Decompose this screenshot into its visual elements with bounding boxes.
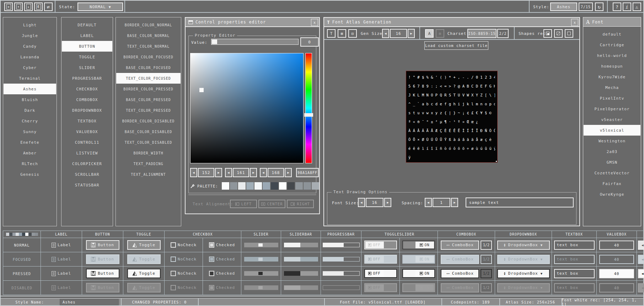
cell-disabled-5[interactable]: Checked <box>203 281 241 295</box>
preview-sliderbar[interactable] <box>284 243 318 247</box>
list-item-control11[interactable]: CONTROL11 <box>61 137 113 148</box>
preview-dropdownbox[interactable]: ▲▼DropdownBox▼ <box>497 283 550 292</box>
load-font-button[interactable]: T <box>327 29 336 38</box>
list-item-base_color_pressed[interactable]: BASE_COLOR_PRESSED <box>116 94 181 105</box>
preview-spinner-clipped[interactable]: ◀ <box>638 255 644 264</box>
cell-pressed-14[interactable]: 40 <box>597 267 637 281</box>
cell-normal-12[interactable]: ▲▼DropdownBox▼ <box>495 238 552 252</box>
cell-disabled-6[interactable] <box>241 281 281 295</box>
list-item-cozettevector[interactable]: CozetteVector <box>583 168 641 178</box>
list-item-pixelintv[interactable]: PixelIntv <box>583 93 641 104</box>
preview-sliderbar[interactable] <box>284 271 318 276</box>
list-item-v5easter[interactable]: v5easter <box>583 114 641 125</box>
align-center-button[interactable]: CENTER <box>258 200 285 208</box>
list-item-genesis[interactable]: Genesis <box>3 169 57 180</box>
palette-swatch-8[interactable] <box>287 182 295 190</box>
preview-checkbox-unchecked[interactable]: NoCheck <box>171 242 197 248</box>
spacing-increase-button[interactable]: ▶ <box>451 198 458 207</box>
list-item-colorpicker[interactable]: COLORPICKER <box>61 158 113 169</box>
cell-normal-8[interactable] <box>321 238 361 252</box>
cell-focused-10[interactable]: ON <box>400 252 438 267</box>
preview-valuebox[interactable]: 40 <box>599 283 634 292</box>
list-item-terminal[interactable]: Terminal <box>3 73 57 84</box>
palette-swatch-4[interactable] <box>254 182 262 190</box>
cell-focused-4[interactable]: NoCheck <box>165 252 203 267</box>
fag-titlebar[interactable]: T Font Atlas Generation <box>324 18 579 27</box>
list-item-text_color_disabled[interactable]: TEXT_COLOR_DISABLED <box>116 137 181 148</box>
preview-toggle[interactable]: Toggle <box>127 283 161 292</box>
list-item-lavanda[interactable]: Lavanda <box>3 52 57 62</box>
blue-value-box[interactable]: 168 <box>268 168 284 177</box>
help-button[interactable]: ? <box>613 2 621 11</box>
load-style-file-button[interactable]: ↑ <box>14 2 23 11</box>
preview-toggleslider-off[interactable]: OFF <box>364 241 397 249</box>
palette-swatch-6[interactable] <box>271 182 278 190</box>
slider-thumb[interactable] <box>258 286 263 289</box>
green-decrease-button[interactable]: ◀ <box>225 168 232 177</box>
list-item-border_width[interactable]: BORDER_WIDTH <box>116 148 181 158</box>
cell-disabled-13[interactable]: text box <box>552 281 597 295</box>
preview-button[interactable]: Button <box>86 254 119 264</box>
preview-button[interactable]: Button <box>86 269 119 278</box>
list-item-textbox[interactable]: TEXTBOX <box>61 116 113 126</box>
cell-disabled-9[interactable]: OFF <box>361 281 400 295</box>
cell-pressed-7[interactable] <box>281 267 321 281</box>
list-item-rltech[interactable]: RLTech <box>3 158 57 169</box>
list-item-text_padding[interactable]: TEXT_PADDING <box>116 158 181 169</box>
list-item-hello-world[interactable]: hello-world <box>583 50 641 61</box>
slider-thumb[interactable] <box>258 243 263 247</box>
cell-disabled-12[interactable]: ▲▼DropdownBox▼ <box>495 281 552 295</box>
list-item-2a03[interactable]: 2a03 <box>583 146 641 157</box>
spacing-value[interactable]: 1 <box>433 198 450 207</box>
gen-size-increase-button[interactable]: ▶ <box>408 29 415 38</box>
cpe-close-button[interactable]: x <box>311 19 318 26</box>
preview-checkbox-checked[interactable]: Checked <box>209 242 235 248</box>
preview-toggleslider-on[interactable]: ON <box>402 241 435 249</box>
reload-style-button[interactable]: ↻ <box>595 2 603 11</box>
cell-focused-8[interactable] <box>321 252 361 267</box>
preview-slider[interactable] <box>244 271 278 276</box>
clear-charset-button[interactable]: ⊠ <box>436 29 444 38</box>
cell-pressed-4[interactable]: NoCheck <box>165 267 203 281</box>
state-dropdown[interactable]: NORMAL ▼ <box>77 2 123 11</box>
font-size-increase-button[interactable]: ▶ <box>384 198 391 207</box>
list-item-light[interactable]: Light <box>3 20 57 30</box>
palette-swatch-11[interactable] <box>312 182 319 190</box>
preview-toggleslider-off[interactable]: OFF <box>364 283 397 292</box>
style-dropdown[interactable]: Ashes <box>550 2 577 11</box>
align-right-button[interactable]: RIGHT <box>287 200 314 208</box>
cell-focused-9[interactable]: OFF <box>361 252 400 267</box>
palette-swatch-3[interactable] <box>246 182 254 190</box>
list-item-border_color_disabled[interactable]: BORDER_COLOR_DISABLED <box>116 116 181 126</box>
list-item-v5loxical[interactable]: v5loxical <box>584 125 640 136</box>
random-style-button[interactable]: ⇄ <box>44 2 53 11</box>
cell-pressed-1[interactable]: Label <box>41 267 82 281</box>
unload-font-button[interactable]: ⊠ <box>338 29 346 38</box>
palette-swatch-2[interactable] <box>238 182 246 190</box>
preview-checkbox-unchecked[interactable]: NoCheck <box>171 285 197 290</box>
slider-thumb[interactable] <box>258 272 263 275</box>
preview-toggleslider-off[interactable]: OFF <box>364 269 397 278</box>
cell-disabled-11[interactable]: ◂▸ComboBox1/2 <box>438 281 495 295</box>
preview-spinner-clipped[interactable]: ◀ <box>638 269 644 278</box>
list-item-slider[interactable]: SLIDER <box>61 62 113 73</box>
palette-swatch-5[interactable] <box>263 182 270 190</box>
preview-sliderbar[interactable] <box>284 257 318 262</box>
cell-pressed-12[interactable]: ▲▼DropdownBox▼ <box>495 267 552 281</box>
cell-pressed-8[interactable] <box>321 267 361 281</box>
preview-checkbox-unchecked[interactable]: NoCheck <box>171 257 197 262</box>
preview-button[interactable]: Button <box>86 240 119 250</box>
fag-close-button[interactable]: x <box>571 19 578 26</box>
color-picker-panel[interactable] <box>190 53 304 163</box>
cell-normal-11[interactable]: ◂▸ComboBox1/2 <box>438 238 495 252</box>
cell-focused-14[interactable]: 40 <box>597 252 637 267</box>
preview-textbox[interactable]: text box <box>554 241 595 250</box>
list-item-text_color_pressed[interactable]: TEXT_COLOR_PRESSED <box>116 105 181 116</box>
preview-toggle[interactable]: Toggle <box>127 240 161 250</box>
list-item-sunny[interactable]: Sunny <box>3 126 57 137</box>
load-charset-button[interactable]: A <box>425 29 434 38</box>
cell-disabled-8[interactable] <box>321 281 361 295</box>
list-item-enefete[interactable]: Enefete <box>3 137 57 148</box>
palette-swatch-7[interactable] <box>279 182 286 190</box>
list-item-kyrou7wide[interactable]: Kyrou7Wide <box>583 72 641 82</box>
